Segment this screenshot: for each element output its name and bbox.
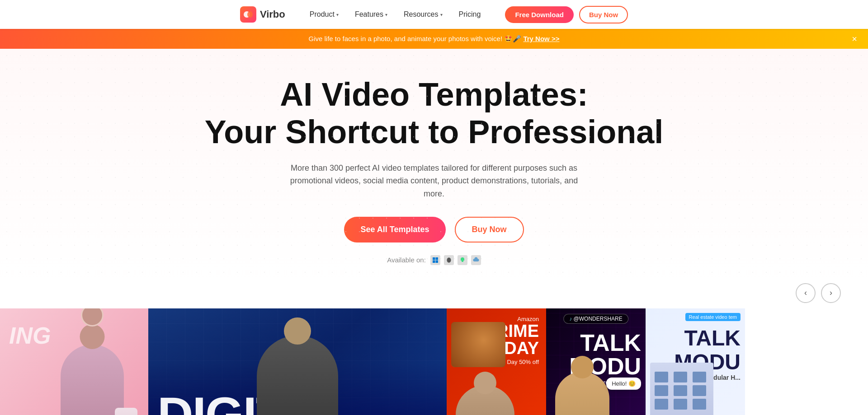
card1-person (47, 326, 137, 415)
logo[interactable]: Virbo (240, 6, 285, 23)
android-icon (458, 255, 467, 265)
window-9 (693, 399, 706, 410)
logo-icon (240, 6, 256, 23)
ios-icon (444, 255, 454, 265)
buy-now-nav-button[interactable]: Buy Now (579, 6, 628, 23)
announcement-banner: Give life to faces in a photo, and anima… (0, 29, 868, 49)
windows-icon (430, 255, 440, 265)
card2-figure (257, 336, 338, 415)
resources-chevron-icon: ▾ (440, 12, 443, 17)
announcement-text: Give life to faces in a photo, and anima… (309, 35, 560, 43)
carousel-prev-button[interactable]: ‹ (796, 283, 816, 303)
hero-title: AI Video Templates: Your Shortcut to Pro… (18, 76, 850, 151)
video-card-tiktok[interactable]: ♪ @WONDERSHARE TALK MODU Are Modular H..… (546, 308, 646, 415)
available-on: Available on: (18, 255, 850, 265)
card4-head (571, 356, 594, 378)
card4-chat-bubble: Hello! 😊 (606, 378, 641, 390)
card3-product (451, 322, 505, 367)
carousel-next-button[interactable]: › (821, 283, 841, 303)
navbar: Virbo Product ▾ Features ▾ Resources ▾ P… (0, 0, 868, 29)
product-chevron-icon: ▾ (336, 12, 339, 17)
cloud-icon (471, 255, 481, 265)
card4-person (555, 363, 609, 415)
card4-figure (555, 372, 609, 415)
svg-rect-4 (433, 260, 435, 263)
hero-section: AI Video Templates: Your Shortcut to Pro… (0, 49, 868, 283)
window-6 (693, 385, 706, 396)
window-7 (655, 399, 668, 410)
card5-windows (655, 372, 709, 410)
video-card-prime[interactable]: Amazon PRIME DAY Member Day 50% off like… (447, 308, 546, 415)
video-cards-row: ING DIGITAL Ama (0, 308, 868, 415)
see-all-templates-button[interactable]: See All Templates (344, 217, 445, 242)
nav-resources[interactable]: Resources ▾ (397, 7, 448, 22)
hero-subtitle: More than 300 perfect AI video templates… (289, 162, 579, 201)
card5-line1: TALK (674, 326, 741, 350)
carousel-controls: ‹ › (0, 283, 868, 308)
card1-cing-text: ING (9, 322, 51, 349)
logo-text: Virbo (260, 9, 285, 20)
window-4 (655, 385, 668, 396)
card2-head (284, 317, 311, 345)
window-5 (674, 385, 687, 396)
card3-head (474, 372, 496, 394)
video-card-realestate[interactable]: Real estate video tem TALK MODU Are Modu… (646, 308, 745, 415)
buy-now-hero-button[interactable]: Buy Now (455, 217, 524, 242)
video-card-pink[interactable]: ING (0, 308, 148, 415)
window-8 (674, 399, 687, 410)
svg-rect-3 (435, 257, 438, 260)
free-download-button[interactable]: Free Download (505, 6, 574, 23)
features-chevron-icon: ▾ (385, 12, 387, 17)
nav-product[interactable]: Product ▾ (303, 7, 345, 22)
svg-point-1 (247, 11, 253, 18)
try-now-link[interactable]: Try Now >> (523, 35, 559, 42)
card3-headphone (451, 322, 505, 367)
window-3 (693, 372, 706, 382)
nav-features[interactable]: Features ▾ (349, 7, 394, 22)
card4-talk-line1: TALK (569, 331, 641, 354)
card3-figure (456, 385, 514, 415)
card5-building (650, 363, 713, 415)
nav-actions: Free Download Buy Now (505, 6, 628, 23)
card4-tag: ♪ @WONDERSHARE (563, 314, 628, 324)
card5-badge: Real estate video tem (685, 313, 741, 321)
window-1 (655, 372, 668, 382)
window-2 (674, 372, 687, 382)
video-card-digital[interactable]: DIGITAL (148, 308, 447, 415)
card2-person (230, 326, 365, 415)
prev-icon: ‹ (804, 288, 807, 298)
platform-icons (430, 255, 481, 265)
banner-close-button[interactable]: × (852, 34, 857, 43)
hero-buttons: See All Templates Buy Now (18, 217, 850, 242)
svg-rect-5 (435, 260, 438, 263)
card3-person (447, 381, 546, 415)
next-icon: › (830, 288, 832, 298)
nav-pricing[interactable]: Pricing (453, 7, 487, 22)
svg-rect-2 (433, 257, 435, 260)
nav-links: Product ▾ Features ▾ Resources ▾ Pricing (303, 7, 487, 22)
